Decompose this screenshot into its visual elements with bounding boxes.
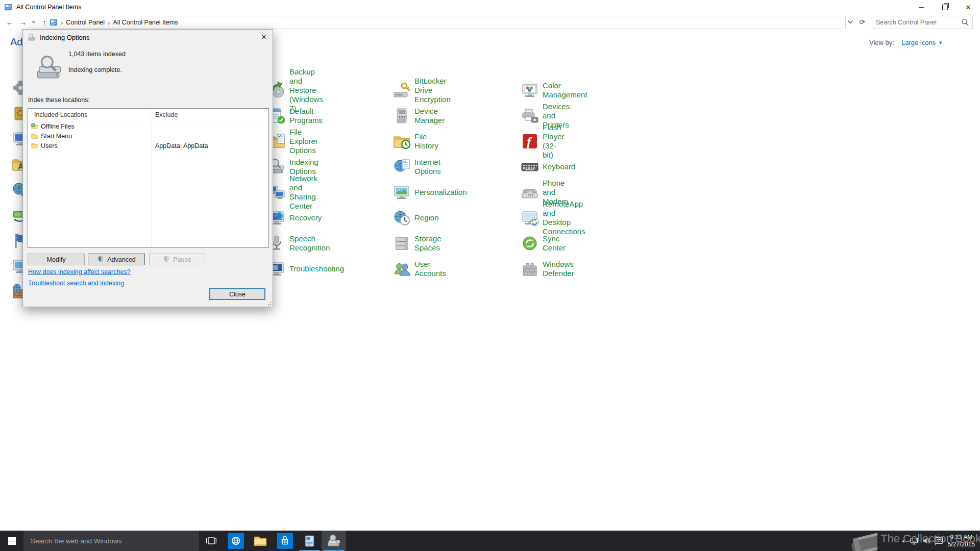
cp-item-label: Recovery — [289, 213, 322, 222]
cp-item-label: Color Management — [543, 81, 587, 99]
cp-item-file-explorer-options[interactable]: File Explorer Options — [267, 129, 318, 154]
cp-item-troubleshooting[interactable]: Troubleshooting — [267, 256, 344, 282]
cp-item-internet-options[interactable]: Internet Options — [393, 154, 441, 180]
location-exclude: AppData; AppData — [151, 142, 268, 149]
cp-item-speech-recognition[interactable]: Speech Recognition — [267, 231, 330, 256]
restore-button[interactable] — [933, 0, 957, 14]
file-history-icon — [393, 132, 411, 151]
location-name: Start Menu — [41, 133, 72, 140]
store-button[interactable] — [273, 531, 297, 551]
cp-item-network-sharing-center[interactable]: Network and Sharing Center — [267, 180, 317, 205]
keyboard-icon — [521, 158, 539, 176]
cp-item-label: BitLocker Drive Encryption — [414, 77, 451, 104]
control-panel-taskbar-button[interactable] — [297, 531, 322, 551]
cp-item-keyboard[interactable]: Keyboard — [521, 154, 575, 180]
cp-item-label: Personalization — [414, 188, 467, 197]
address-bar[interactable]: › Control Panel › All Control Panel Item… — [46, 16, 846, 29]
edge-browser-button[interactable] — [224, 531, 248, 551]
cp-item-color-management[interactable]: Color Management — [521, 78, 587, 103]
close-icon: ✕ — [261, 33, 267, 41]
location-name: Offline Files — [41, 123, 75, 130]
uac-shield-disabled-icon — [163, 256, 170, 263]
window-title: All Control Panel Items — [16, 4, 81, 11]
cp-item-windows-defender[interactable]: Windows Defender — [521, 256, 574, 282]
cp-item-label: Internet Options — [414, 158, 441, 176]
folder-icon — [253, 534, 267, 548]
indexing-options-dialog: Indexing Options ✕ 1,043 items indexed I… — [22, 29, 273, 307]
cp-item-label: File Explorer Options — [289, 128, 318, 155]
network-tray-icon[interactable] — [908, 531, 920, 551]
cp-item-flash-player[interactable]: f Flash Player (32-bit) — [521, 129, 565, 154]
refresh-icon[interactable]: ⟳ — [856, 18, 868, 26]
indexing-drive-search-icon — [35, 54, 64, 83]
taskbar-search-box[interactable] — [23, 531, 199, 551]
cp-item-sync-center[interactable]: Sync Center — [521, 231, 566, 256]
cp-item-default-programs[interactable]: Default Programs — [267, 103, 323, 129]
cp-item-device-manager[interactable]: Device Manager — [393, 103, 445, 129]
indexing-options-taskbar-button[interactable] — [322, 531, 346, 551]
modify-button[interactable]: Modify — [28, 254, 85, 265]
taskbar-clock[interactable]: 9:23 AM 5/27/2015 — [945, 534, 980, 548]
file-explorer-button[interactable] — [248, 531, 273, 551]
minimize-button[interactable] — [910, 0, 933, 14]
indexed-location-row[interactable]: Offline Files — [28, 121, 268, 131]
clock-date: 5/27/2015 — [948, 541, 975, 548]
indexed-locations-list[interactable]: Included Locations Exclude Offline Files… — [28, 108, 269, 248]
recent-pages-chevron-icon[interactable] — [30, 16, 38, 28]
window-titlebar: All Control Panel Items ✕ — [0, 0, 980, 14]
resize-grip[interactable] — [266, 300, 271, 305]
cp-item-storage-spaces[interactable]: Storage Spaces — [393, 231, 442, 256]
dialog-close-button[interactable]: ✕ — [255, 30, 273, 44]
forward-button[interactable]: → — [16, 16, 30, 28]
volume-tray-icon[interactable] — [920, 531, 933, 551]
cp-item-file-history[interactable]: File History — [393, 129, 438, 154]
show-hidden-icons-chevron-icon[interactable]: ▲ — [899, 539, 908, 543]
address-dropdown-chevron-icon[interactable] — [845, 16, 856, 28]
advanced-button[interactable]: Advanced — [88, 254, 145, 265]
cp-item-backup-restore[interactable]: Backup and Restore (Windows 7) — [267, 78, 323, 103]
indexing-help-link[interactable]: How does indexing affect searches? — [28, 268, 131, 276]
cp-item-label: Default Programs — [289, 107, 323, 125]
search-input[interactable] — [872, 18, 960, 27]
desktop: All Control Panel Items ✕ ← → ↑ › Contro… — [0, 0, 980, 551]
internet-options-icon — [393, 158, 411, 176]
cp-item-label: File History — [414, 132, 438, 151]
start-button[interactable] — [0, 531, 23, 551]
cp-item-remoteapp[interactable]: RemoteApp and Desktop Connections — [521, 205, 585, 231]
action-center-tray-icon[interactable] — [933, 531, 945, 551]
taskbar-search-input[interactable] — [23, 537, 199, 545]
view-by-dropdown[interactable]: Large icons — [901, 39, 936, 46]
cp-item-region[interactable]: Region — [393, 205, 439, 231]
troubleshoot-link[interactable]: Troubleshoot search and indexing — [28, 280, 124, 287]
column-header-included-locations[interactable]: Included Locations — [28, 109, 151, 121]
indexed-location-row[interactable]: Start Menu — [28, 131, 268, 141]
cp-item-bitlocker[interactable]: BitLocker Drive Encryption — [393, 78, 451, 103]
location-name: Users — [41, 142, 58, 149]
pause-button: Pause — [149, 254, 205, 265]
remoteapp-icon — [521, 209, 539, 227]
cp-item-recovery[interactable]: Recovery — [267, 205, 322, 231]
task-view-icon — [205, 535, 217, 547]
cp-item-personalization[interactable]: Personalization — [393, 180, 467, 205]
back-button[interactable]: ← — [3, 16, 16, 28]
cp-item-user-accounts[interactable]: User Accounts — [393, 256, 446, 282]
dialog-close-action-button[interactable]: Close — [209, 288, 265, 300]
task-view-button[interactable] — [199, 531, 224, 551]
indexing-status: Indexing complete. — [68, 66, 122, 73]
control-panel-icon — [303, 534, 316, 548]
color-management-icon — [521, 81, 539, 99]
minimize-icon — [919, 7, 924, 8]
control-panel-search[interactable] — [872, 16, 973, 29]
column-header-exclude[interactable]: Exclude — [151, 109, 268, 121]
breadcrumb-control-panel[interactable]: Control Panel — [63, 19, 108, 26]
close-window-button[interactable]: ✕ — [957, 0, 980, 14]
region-icon — [393, 209, 411, 227]
windows-logo-icon — [8, 537, 16, 545]
cp-item-label: Storage Spaces — [414, 234, 442, 253]
breadcrumb-all-items[interactable]: All Control Panel Items — [110, 19, 181, 26]
cp-item-label: Troubleshooting — [289, 264, 344, 273]
index-locations-label: Index these locations: — [28, 96, 90, 104]
indexed-location-row[interactable]: Users AppData; AppData — [28, 141, 268, 151]
search-icon[interactable] — [960, 17, 970, 28]
taskbar: ▲ 9:23 AM 5/27/2015 — [0, 531, 980, 551]
